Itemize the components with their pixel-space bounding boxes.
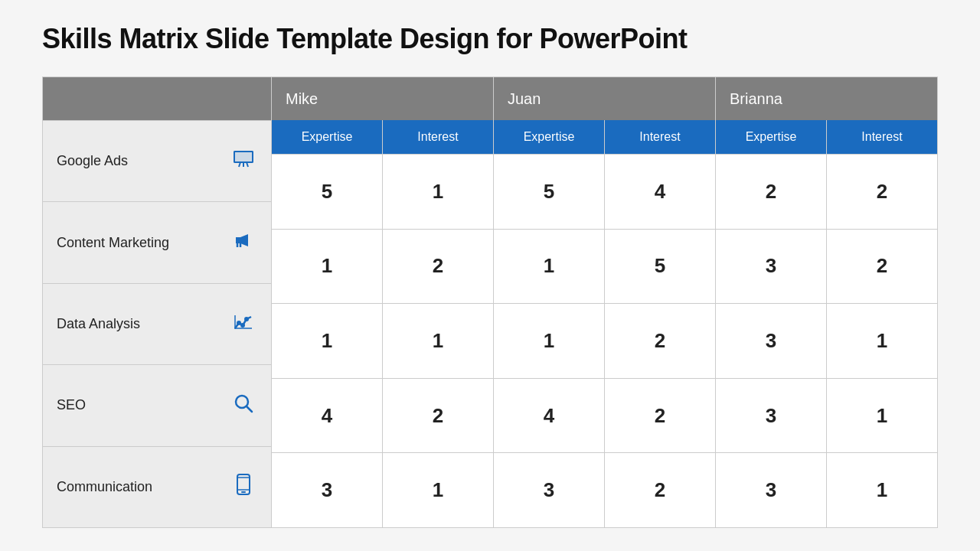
person-subheader: ExpertiseInterest <box>494 120 715 154</box>
interest-subheader: Interest <box>383 120 493 154</box>
expertise-cell: 3 <box>716 453 827 527</box>
interest-subheader: Interest <box>827 120 937 154</box>
data-rows: 5112114231 <box>272 154 493 527</box>
person-subheader: ExpertiseInterest <box>716 120 937 154</box>
expertise-cell: 3 <box>716 230 827 304</box>
interest-cell: 2 <box>605 304 715 378</box>
expertise-cell: 5 <box>494 155 605 229</box>
skill-name: Content Marketing <box>57 235 169 251</box>
interest-cell: 2 <box>605 379 715 453</box>
svg-point-10 <box>237 321 240 324</box>
expertise-cell: 1 <box>272 230 383 304</box>
data-row: 12 <box>494 303 715 378</box>
data-row: 31 <box>716 378 937 453</box>
data-row: 11 <box>272 303 493 378</box>
svg-line-16 <box>247 406 252 412</box>
skill-row: Data Analysis <box>43 283 271 364</box>
interest-cell: 2 <box>383 379 493 453</box>
svg-point-11 <box>241 324 244 327</box>
expertise-cell: 3 <box>716 379 827 453</box>
interest-cell: 2 <box>827 155 937 229</box>
skills-column: Google AdsContent MarketingData Analysis… <box>42 77 272 528</box>
expertise-cell: 2 <box>716 155 827 229</box>
skill-name: Data Analysis <box>57 316 140 332</box>
skill-row: Communication <box>43 446 271 527</box>
person-col-juan: JuanExpertiseInterest5415124232 <box>494 77 716 528</box>
data-row: 32 <box>716 229 937 304</box>
chart-icon <box>230 313 257 336</box>
person-col-mike: MikeExpertiseInterest5112114231 <box>272 77 494 528</box>
expertise-cell: 3 <box>716 304 827 378</box>
interest-cell: 5 <box>605 230 715 304</box>
expertise-cell: 1 <box>494 304 605 378</box>
expertise-cell: 3 <box>272 453 383 527</box>
matrix-container: Google AdsContent MarketingData Analysis… <box>42 77 938 528</box>
data-row: 42 <box>272 378 493 453</box>
svg-point-12 <box>245 318 248 321</box>
data-row: 15 <box>494 229 715 304</box>
svg-rect-7 <box>236 237 240 243</box>
megaphone-icon <box>230 231 257 254</box>
person-header: Brianna <box>716 77 937 120</box>
data-row: 31 <box>272 452 493 527</box>
person-col-brianna: BriannaExpertiseInterest2232313131 <box>716 77 938 528</box>
data-row: 54 <box>494 154 715 229</box>
interest-cell: 1 <box>827 453 937 527</box>
interest-cell: 1 <box>827 379 937 453</box>
interest-cell: 1 <box>827 304 937 378</box>
interest-cell: 2 <box>827 230 937 304</box>
data-row: 32 <box>494 452 715 527</box>
expertise-cell: 4 <box>494 379 605 453</box>
svg-rect-18 <box>241 491 246 493</box>
interest-cell: 2 <box>605 453 715 527</box>
page: Skills Matrix Slide Template Design for … <box>0 0 980 551</box>
phone-icon <box>230 474 257 500</box>
expertise-subheader: Expertise <box>494 120 605 154</box>
billboard-icon <box>230 150 257 173</box>
svg-rect-1 <box>235 152 252 161</box>
data-row: 51 <box>272 154 493 229</box>
interest-cell: 4 <box>605 155 715 229</box>
expertise-subheader: Expertise <box>716 120 827 154</box>
expertise-cell: 1 <box>272 304 383 378</box>
expertise-subheader: Expertise <box>272 120 383 154</box>
data-row: 12 <box>272 229 493 304</box>
expertise-cell: 4 <box>272 379 383 453</box>
expertise-cell: 3 <box>494 453 605 527</box>
interest-cell: 1 <box>383 155 493 229</box>
person-header: Juan <box>494 77 715 120</box>
data-row: 31 <box>716 303 937 378</box>
skill-name: Google Ads <box>57 153 128 169</box>
skills-header <box>43 77 271 120</box>
skill-name: SEO <box>57 397 86 413</box>
person-subheader: ExpertiseInterest <box>272 120 493 154</box>
skill-row: Content Marketing <box>43 201 271 282</box>
data-row: 22 <box>716 154 937 229</box>
interest-subheader: Interest <box>605 120 715 154</box>
skill-row: Google Ads <box>43 120 271 201</box>
interest-cell: 2 <box>383 230 493 304</box>
page-title: Skills Matrix Slide Template Design for … <box>42 23 938 55</box>
expertise-cell: 1 <box>494 230 605 304</box>
person-header: Mike <box>272 77 493 120</box>
skill-row: SEO <box>43 364 271 445</box>
data-rows: 2232313131 <box>716 154 937 527</box>
skill-name: Communication <box>57 479 152 495</box>
data-row: 31 <box>716 452 937 527</box>
data-rows: 5415124232 <box>494 154 715 527</box>
interest-cell: 1 <box>383 453 493 527</box>
data-row: 42 <box>494 378 715 453</box>
expertise-cell: 5 <box>272 155 383 229</box>
interest-cell: 1 <box>383 304 493 378</box>
search-icon <box>230 393 257 419</box>
